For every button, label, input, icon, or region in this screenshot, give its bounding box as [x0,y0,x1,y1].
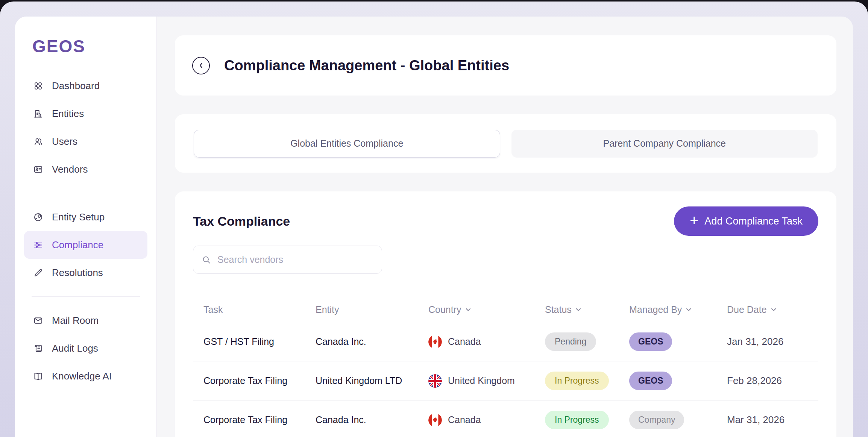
sidebar-item-mail-room[interactable]: Mail Room [24,307,147,334]
task-cell: Corporate Tax Filing [203,375,316,386]
column-header-due-date[interactable]: Due Date [727,304,818,315]
managed-by-badge: GEOS [629,332,672,351]
app-window: GEOS Dashboard Entities Users Vendors [15,17,853,437]
managed-by-badge: Company [629,411,684,429]
globe-icon [33,212,43,222]
users-icon [33,137,43,147]
managed-by-cell: GEOS [629,372,727,390]
app-logo: GEOS [15,17,156,61]
table-row: GST / HST Filing Canada Inc. Canada Pend… [193,322,818,361]
page-title: Compliance Management - Global Entities [224,58,509,74]
sidebar-item-label: Entities [52,108,84,120]
uk-flag-icon [428,374,442,388]
managed-by-cell: GEOS [629,332,727,351]
add-button-label: Add Compliance Task [704,215,803,227]
back-button[interactable] [192,57,210,74]
chevron-left-icon [197,62,205,69]
task-cell: Corporate Tax Filing [203,414,316,425]
table-row: Corporate Tax Filing Canada Inc. Canada … [193,400,818,437]
tab-parent-company-compliance[interactable]: Parent Company Compliance [511,130,818,158]
column-header-task: Task [203,304,316,315]
chevron-down-icon [465,307,471,313]
entity-cell: Canada Inc. [316,414,428,425]
status-cell: In Progress [545,411,629,429]
section-title: Tax Compliance [193,214,290,229]
page-header-card: Compliance Management - Global Entities [175,35,836,96]
sidebar: GEOS Dashboard Entities Users Vendors [15,17,157,437]
status-badge: In Progress [545,372,609,390]
search-icon [202,255,211,265]
country-cell: Canada [428,335,545,349]
sidebar-nav: Dashboard Entities Users Vendors [15,61,156,390]
sidebar-item-label: Mail Room [52,315,99,326]
due-date-cell: Feb 28,2026 [727,375,818,387]
sidebar-item-label: Entity Setup [52,211,105,223]
scroll-icon [33,343,43,354]
book-icon [33,371,43,381]
sidebar-item-entities[interactable]: Entities [24,100,147,127]
building-icon [33,109,43,119]
pencil-icon [33,268,43,278]
sidebar-item-vendors[interactable]: Vendors [24,155,147,183]
tab-switcher-card: Global Entities Compliance Parent Compan… [175,114,836,173]
country-label: United Kingdom [448,375,515,386]
main-content: Compliance Management - Global Entities … [157,17,853,437]
sidebar-item-entity-setup[interactable]: Entity Setup [24,203,147,231]
sidebar-item-label: Resolutions [52,267,103,279]
sidebar-item-label: Audit Logs [52,343,98,354]
column-header-entity: Entity [316,304,428,315]
vendor-card-icon [33,164,43,174]
chevron-down-icon [771,307,777,313]
task-cell: GST / HST Filing [203,336,316,347]
sidebar-item-label: Users [52,136,77,147]
entity-cell: Canada Inc. [316,336,428,347]
table-row: Corporate Tax Filing United Kingdom LTD … [193,361,818,400]
status-cell: Pending [545,332,629,351]
canada-flag-icon [428,335,442,349]
due-date-cell: Jan 31, 2026 [727,336,818,347]
country-cell: United Kingdom [428,374,545,388]
tab-label: Parent Company Compliance [603,138,726,149]
sidebar-item-label: Compliance [52,239,103,251]
column-header-managed-by[interactable]: Managed By [629,304,727,315]
divider [32,296,140,297]
add-compliance-task-button[interactable]: + Add Compliance Task [674,206,818,236]
status-badge: In Progress [545,411,609,429]
sliders-icon [33,240,43,250]
sidebar-item-label: Knowledge AI [52,370,112,382]
canada-flag-icon [428,413,442,427]
sidebar-item-label: Dashboard [52,80,100,92]
column-header-country[interactable]: Country [428,304,545,315]
status-cell: In Progress [545,372,629,390]
sidebar-item-resolutions[interactable]: Resolutions [24,259,147,287]
column-header-status[interactable]: Status [545,304,629,315]
sidebar-item-label: Vendors [52,164,88,175]
divider [32,193,140,193]
managed-by-cell: Company [629,411,727,429]
chevron-down-icon [686,307,692,313]
outer-frame: GEOS Dashboard Entities Users Vendors [0,2,868,437]
sidebar-item-dashboard[interactable]: Dashboard [24,72,147,100]
sidebar-item-compliance[interactable]: Compliance [24,231,147,259]
country-cell: Canada [428,413,545,427]
sidebar-item-knowledge-ai[interactable]: Knowledge AI [24,362,147,390]
tab-global-entities-compliance[interactable]: Global Entities Compliance [194,130,500,158]
due-date-cell: Mar 31, 2026 [727,414,818,426]
chevron-down-icon [575,307,581,313]
country-label: Canada [448,336,481,347]
sidebar-item-audit-logs[interactable]: Audit Logs [24,334,147,362]
compliance-table: Task Entity Country Status Managed By Du… [193,297,818,437]
search-input[interactable] [217,254,373,265]
managed-by-badge: GEOS [629,372,672,390]
table-header-row: Task Entity Country Status Managed By Du… [193,297,818,322]
sidebar-item-users[interactable]: Users [24,127,147,155]
search-box [193,246,382,274]
dashboard-grid-icon [33,81,43,91]
tab-label: Global Entities Compliance [290,138,403,149]
country-label: Canada [448,414,481,425]
envelope-icon [33,316,43,326]
tax-compliance-card: Tax Compliance + Add Compliance Task Tas… [175,191,836,437]
status-badge: Pending [545,332,596,351]
entity-cell: United Kingdom LTD [316,375,428,386]
